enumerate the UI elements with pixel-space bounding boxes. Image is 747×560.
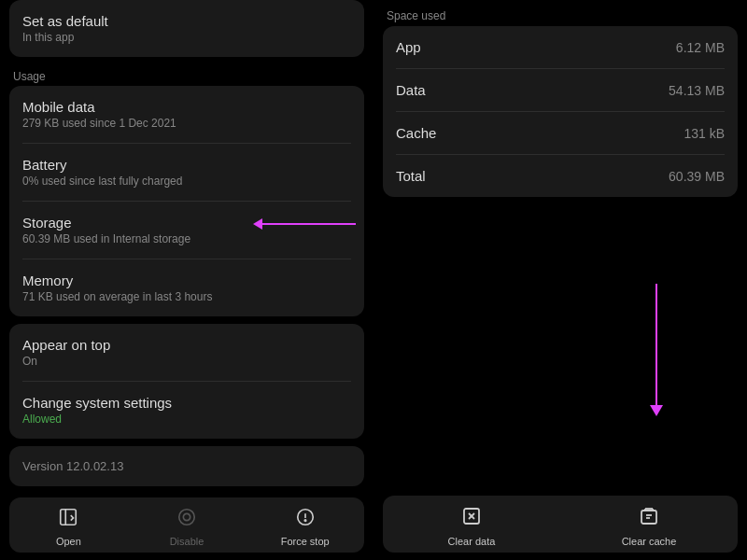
set-as-default-card: Set as default In this app: [9, 0, 364, 57]
svg-point-5: [304, 520, 305, 521]
bottom-nav-left: Open Disable Force stop: [9, 497, 364, 553]
arrow-head-icon: [253, 218, 262, 230]
bottom-nav-right: Clear data Clear cache: [383, 496, 738, 553]
left-panel: Set as default In this app Usage Mobile …: [0, 0, 374, 560]
memory-row[interactable]: Memory 71 KB used on average in last 3 h…: [22, 259, 351, 316]
clear-cache-icon: [638, 505, 660, 532]
appear-on-top-row[interactable]: Appear on top On: [22, 324, 351, 382]
force-stop-label: Force stop: [281, 536, 330, 547]
svg-rect-9: [641, 511, 656, 524]
cache-value: 131 kB: [684, 126, 725, 141]
memory-subtitle: 71 KB used on average in last 3 hours: [22, 290, 351, 303]
mobile-data-subtitle: 279 KB used since 1 Dec 2021: [22, 117, 351, 130]
nav-open[interactable]: Open: [9, 507, 128, 547]
app-value: 6.12 MB: [676, 40, 725, 55]
app-row: App 6.12 MB: [396, 26, 725, 69]
disable-icon: [176, 507, 197, 532]
app-label: App: [396, 39, 421, 55]
v-arrow-line: [655, 284, 657, 405]
svg-rect-0: [61, 510, 77, 525]
clear-data-label: Clear data: [448, 536, 496, 547]
appear-on-top-card: Appear on top On Change system settings …: [9, 324, 364, 439]
arrow-line-icon: [262, 223, 356, 225]
data-label: Data: [396, 82, 426, 98]
battery-title: Battery: [22, 157, 351, 173]
open-icon: [58, 507, 78, 532]
data-value: 54.13 MB: [669, 83, 725, 98]
storage-arrow: [253, 218, 356, 230]
set-as-default-subtitle: In this app: [22, 31, 351, 44]
disable-label: Disable: [170, 536, 204, 547]
mobile-data-title: Mobile data: [22, 99, 351, 115]
space-used-label: Space used: [383, 0, 738, 26]
version-card: Version 12.0.02.13: [9, 446, 364, 486]
storage-info-card: App 6.12 MB Data 54.13 MB Cache 131 kB T…: [383, 26, 738, 197]
total-row: Total 60.39 MB: [396, 155, 725, 197]
right-panel: Space used App 6.12 MB Data 54.13 MB Cac…: [374, 0, 747, 560]
cache-label: Cache: [396, 125, 436, 141]
open-label: Open: [56, 536, 81, 547]
usage-card: Mobile data 279 KB used since 1 Dec 2021…: [9, 86, 364, 316]
right-arrow-area: [383, 204, 738, 496]
battery-row[interactable]: Battery 0% used since last fully charged: [22, 144, 351, 202]
total-label: Total: [396, 168, 426, 184]
change-system-title: Change system settings: [22, 395, 351, 411]
change-system-row[interactable]: Change system settings Allowed: [22, 382, 351, 439]
cache-row: Cache 131 kB: [396, 112, 725, 155]
total-value: 60.39 MB: [669, 169, 725, 184]
svg-point-2: [183, 513, 190, 520]
v-arrow-head: [650, 405, 663, 416]
storage-subtitle: 60.39 MB used in Internal storage: [22, 232, 351, 245]
force-stop-icon: [295, 507, 316, 532]
version-text: Version 12.0.02.13: [22, 459, 351, 473]
vertical-arrow-icon: [650, 204, 663, 496]
nav-force-stop[interactable]: Force stop: [246, 507, 364, 547]
battery-subtitle: 0% used since last fully charged: [22, 175, 351, 188]
appear-on-top-subtitle: On: [22, 355, 351, 368]
appear-on-top-title: Appear on top: [22, 337, 351, 353]
nav-clear-cache[interactable]: Clear cache: [560, 505, 738, 547]
clear-cache-label: Clear cache: [622, 536, 677, 547]
clear-data-icon: [460, 505, 483, 532]
mobile-data-row[interactable]: Mobile data 279 KB used since 1 Dec 2021: [22, 86, 351, 144]
memory-title: Memory: [22, 273, 351, 288]
data-row: Data 54.13 MB: [396, 69, 725, 112]
svg-point-1: [179, 510, 195, 525]
usage-label: Usage: [9, 64, 364, 86]
set-as-default-title: Set as default: [22, 13, 351, 29]
nav-clear-data[interactable]: Clear data: [383, 505, 560, 547]
storage-row[interactable]: Storage 60.39 MB used in Internal storag…: [22, 202, 351, 259]
change-system-subtitle: Allowed: [22, 413, 351, 426]
nav-disable[interactable]: Disable: [128, 507, 247, 547]
